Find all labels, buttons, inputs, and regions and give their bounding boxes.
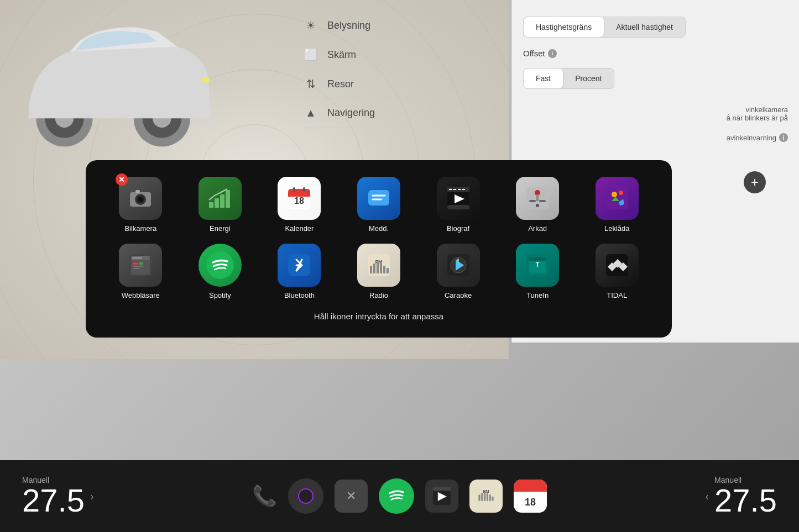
app-radio[interactable]: FM Radio (343, 244, 415, 299)
app-icon-tidal (596, 244, 639, 287)
svg-point-41 (619, 191, 623, 195)
menu-label-resor: Resor (327, 78, 354, 90)
add-app-button[interactable]: + (744, 171, 766, 193)
svg-rect-27 (447, 205, 469, 209)
taskbar-theater[interactable] (425, 480, 458, 513)
side-note: vinkelkamera å när blinkers är på (523, 106, 788, 122)
app-biograf[interactable]: Biograf (422, 177, 494, 233)
taskbar-radio[interactable]: FM (469, 480, 503, 513)
app-leklada[interactable]: Leklåda (581, 177, 652, 233)
svg-rect-77 (478, 495, 480, 501)
svg-rect-20 (293, 187, 295, 192)
svg-point-10 (138, 197, 143, 202)
taskbar-chevron[interactable]: › (90, 490, 94, 503)
taskbar-chevron-right[interactable]: ‹ (705, 490, 709, 503)
taskbar-phone[interactable]: 📞 (252, 484, 277, 508)
menu-label-navigering: Navigering (327, 107, 375, 119)
app-icon-webblasare (119, 244, 162, 287)
app-icon-kalender: 18 (278, 177, 321, 220)
app-label-arkad: Arkad (528, 224, 547, 233)
svg-rect-49 (139, 262, 143, 265)
svg-rect-60 (383, 266, 385, 273)
car-image (0, 0, 232, 166)
svg-rect-29 (453, 189, 456, 190)
menu-label-skarm: Skärm (327, 49, 356, 61)
svg-rect-57 (373, 264, 375, 273)
offset-toggle-group: Fast Procent (523, 68, 614, 89)
svg-rect-11 (135, 190, 140, 193)
app-webblasare[interactable]: Webbläsare (105, 244, 176, 299)
svg-point-6 (201, 77, 210, 82)
svg-rect-82 (492, 497, 493, 501)
app-icon-caraoke (437, 244, 480, 287)
app-label-biograf: Biograf (447, 224, 469, 233)
app-energi[interactable]: Energi (185, 177, 256, 233)
app-label-caraoke: Caraoke (445, 291, 472, 299)
menu-item-resor[interactable]: ⇅ Resor (304, 70, 498, 99)
taskbar-spotify[interactable] (379, 478, 414, 514)
app-spotify[interactable]: Spotify (185, 244, 256, 299)
warning-info-icon[interactable]: i (779, 133, 788, 142)
svg-point-38 (536, 204, 539, 207)
svg-rect-30 (458, 189, 461, 190)
svg-rect-79 (484, 491, 485, 501)
taskbar: Manuell 27.5 › 📞 ✕ (0, 460, 799, 532)
app-label-radio: Radio (369, 291, 388, 299)
sun-icon: ☀ (304, 19, 317, 32)
menu-label-belysning: Belysning (327, 20, 370, 31)
svg-rect-81 (489, 495, 491, 501)
menu-item-skarm[interactable]: ⬜ Skärm (304, 40, 498, 70)
app-tidal[interactable]: TIDAL (581, 244, 652, 299)
svg-rect-68 (529, 257, 546, 261)
nav-icon: ▲ (304, 107, 317, 119)
svg-text:18: 18 (295, 196, 305, 206)
info-icon[interactable]: i (548, 49, 557, 58)
app-arkad[interactable]: Arkad (502, 177, 573, 233)
menu-item-belysning[interactable]: ☀ Belysning (304, 11, 498, 40)
svg-rect-47 (132, 257, 142, 259)
svg-text:T: T (536, 261, 540, 268)
svg-rect-21 (303, 187, 305, 192)
warning-row: avinkelnvarning i (523, 133, 788, 142)
app-caraoke[interactable]: Caraoke (422, 244, 494, 299)
svg-rect-50 (133, 266, 143, 267)
svg-rect-15 (226, 190, 230, 208)
app-medd[interactable]: Medd. (343, 177, 415, 233)
app-icon-biograf (437, 177, 480, 220)
percent-btn[interactable]: Procent (563, 69, 614, 88)
menu-item-navigering[interactable]: ▲ Navigering (304, 99, 498, 128)
app-label-bilkamera: Bilkamera (124, 224, 156, 233)
svg-rect-80 (487, 493, 488, 501)
app-kalender[interactable]: 18 Kalender (264, 177, 335, 233)
app-tunein[interactable]: T TuneIn (502, 244, 573, 299)
taskbar-right-speed: ‹ Manuell 27.5 (705, 476, 777, 517)
svg-rect-36 (529, 200, 536, 202)
resor-icon: ⇅ (304, 77, 317, 91)
offset-label: Offset i (523, 49, 557, 58)
svg-rect-13 (215, 198, 219, 208)
app-icon-tunein: T (516, 244, 559, 287)
app-label-leklada: Leklåda (604, 224, 630, 233)
taskbar-camera[interactable] (288, 478, 323, 514)
taskbar-speed-left: 27.5 (22, 484, 85, 517)
app-icon-bluetooth (278, 244, 321, 287)
app-label-bluetooth: Bluetooth (284, 291, 315, 299)
app-icon-energi (199, 177, 242, 220)
taskbar-close[interactable]: ✕ (335, 480, 368, 513)
svg-rect-31 (462, 189, 465, 190)
fixed-btn[interactable]: Fast (524, 69, 563, 88)
drawer-hint: Håll ikoner intryckta för att anpassa (105, 312, 652, 321)
app-label-medd: Medd. (369, 224, 389, 233)
speed-toggle-group: Hastighetsgräns Aktuell hastighet (523, 17, 686, 38)
taskbar-calendar[interactable]: 18 (514, 480, 547, 513)
app-label-webblasare: Webbläsare (122, 291, 160, 299)
app-bluetooth[interactable]: Bluetooth (264, 244, 335, 299)
svg-rect-61 (387, 268, 389, 273)
app-label-energi: Energi (210, 224, 231, 233)
app-bilkamera[interactable]: ✕ Bilkamera (105, 177, 176, 233)
speed-limit-btn[interactable]: Hastighetsgräns (524, 17, 604, 37)
app-label-tunein: TuneIn (526, 291, 549, 299)
app-icon-spotify (199, 244, 242, 287)
taskbar-speed-right: 27.5 (714, 484, 777, 517)
current-speed-btn[interactable]: Aktuell hastighet (604, 17, 685, 37)
